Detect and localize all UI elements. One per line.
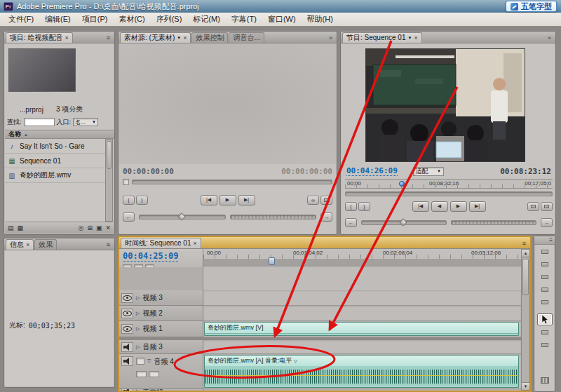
program-scroll-bar[interactable]	[345, 191, 553, 196]
program-video-frame[interactable]	[365, 48, 525, 162]
work-area-bar[interactable]	[203, 259, 521, 266]
zoom-tool[interactable]	[537, 374, 553, 386]
play-button[interactable]: ▶	[450, 201, 467, 212]
close-icon[interactable]: ×	[26, 242, 29, 248]
step-back-button[interactable]: |◀	[201, 195, 217, 205]
sequence-marker[interactable]	[269, 257, 275, 265]
scrollbar-thumb[interactable]	[107, 141, 111, 169]
track-keyframes-button[interactable]	[149, 371, 159, 377]
loop-button[interactable]: ∞	[307, 196, 319, 205]
chevron-down-icon[interactable]: ▽	[294, 359, 297, 363]
tab-effects[interactable]: 效果	[34, 239, 57, 250]
go-to-previous-edit-button[interactable]: ◀	[431, 201, 448, 212]
shuttle-slider[interactable]	[361, 220, 447, 225]
timeline-current-timecode[interactable]: 00:04:25:09	[123, 251, 178, 262]
program-ruler[interactable]: 00;00 00;08;32;16 00;17;05;0	[345, 179, 553, 189]
collapse-track-icon[interactable]: ▽	[147, 358, 151, 364]
tab-project[interactable]: 项目: 给视频配音 ×	[6, 32, 73, 43]
panel-menu-icon[interactable]: ≡	[522, 240, 526, 247]
menu-clip[interactable]: 素材(C)	[113, 13, 150, 26]
find-input[interactable]	[24, 118, 55, 126]
go-out-button[interactable]: →	[320, 212, 332, 222]
new-item-icon[interactable]: ▣	[96, 224, 102, 231]
ime-toolbar[interactable]: 五笔字型	[506, 1, 557, 12]
panel-menu-icon[interactable]: ≡	[107, 241, 110, 248]
track-lane[interactable]: 奇妙的图层.wmv [A] 音量:电平 ▽	[203, 354, 521, 389]
toggle-track-mute-button[interactable]	[121, 356, 133, 366]
step-back-button[interactable]: |◀	[412, 201, 429, 212]
shuttle-slider[interactable]	[139, 215, 226, 219]
shuttle-handle[interactable]	[400, 218, 407, 226]
expand-track-icon[interactable]: ▷	[136, 311, 140, 316]
shuttle-handle[interactable]	[177, 212, 185, 220]
step-forward-button[interactable]: ▶|	[238, 195, 255, 205]
menu-file[interactable]: 文件(F)	[3, 13, 39, 26]
tab-effect-controls[interactable]: 效果控制	[191, 32, 228, 43]
name-column-header[interactable]: 名称 ▲	[5, 130, 114, 139]
menu-help[interactable]: 帮助(H)	[302, 13, 339, 26]
timeline-ruler[interactable]: 00;00 00;01;04;02 00;02;08;04 00;03;12;0…	[203, 249, 521, 266]
track-display-style-button[interactable]	[136, 371, 147, 377]
razor-tool[interactable]	[537, 283, 553, 295]
entry-dropdown[interactable]: 名... ▼	[73, 118, 98, 126]
panel-menu-icon[interactable]: »	[329, 34, 332, 41]
track-lock-checkbox[interactable]	[136, 358, 144, 365]
icon-view-icon[interactable]: ▦	[18, 224, 24, 231]
safe-margins-button[interactable]	[320, 196, 332, 205]
program-playhead[interactable]	[399, 181, 405, 187]
go-in-button[interactable]: ←	[123, 212, 135, 222]
track-lane[interactable]	[203, 389, 521, 391]
list-item[interactable]: ▦ Sequence 01	[5, 154, 107, 168]
menu-project[interactable]: 项目(P)	[76, 13, 114, 26]
close-icon[interactable]: ×	[414, 35, 417, 41]
scrollbar-thumb[interactable]	[522, 259, 529, 295]
step-forward-button[interactable]: ▶|	[469, 201, 486, 212]
audio-clip[interactable]: 奇妙的图层.wmv [A] 音量:电平 ▽	[204, 355, 519, 388]
jump-forward-button[interactable]: →	[541, 218, 553, 227]
list-view-icon[interactable]: ▤	[8, 224, 14, 231]
scroll-down-icon[interactable]: ▼	[522, 382, 529, 390]
list-item[interactable]: ♪ Say It Isn't So - Gare	[5, 139, 107, 154]
expand-track-icon[interactable]: ▷	[136, 326, 140, 332]
timeline-vertical-scrollbar[interactable]: ▲ ▼	[521, 249, 530, 391]
tab-timeline[interactable]: 时间线: Sequence 01 ×	[121, 238, 201, 248]
panel-menu-icon[interactable]: ≡	[107, 34, 110, 41]
track-lane[interactable]	[203, 340, 521, 354]
set-out-button[interactable]: }	[358, 202, 370, 211]
tab-source[interactable]: 素材源: (无素材) ▼ ×	[120, 32, 191, 43]
panel-menu-icon[interactable]: »	[548, 34, 551, 41]
new-bin-icon[interactable]: ⊞	[87, 224, 93, 231]
project-scrollbar[interactable]	[105, 139, 113, 222]
list-item[interactable]: ▥ 奇妙的图层.wmv	[5, 168, 107, 183]
close-icon[interactable]: ×	[65, 35, 69, 41]
find-icon[interactable]: ◎	[79, 224, 84, 231]
menu-marker[interactable]: 标记(M)	[187, 13, 226, 26]
menu-sequence[interactable]: 序列(S)	[151, 13, 188, 26]
delete-icon[interactable]: ✕	[105, 224, 111, 231]
track-lane[interactable]: 奇妙的图层.wmv [V]	[203, 321, 521, 337]
track-lane[interactable]	[203, 290, 521, 306]
tab-info[interactable]: 信息 ×	[6, 239, 34, 250]
toggle-track-mute-button[interactable]	[121, 389, 133, 391]
set-in-button[interactable]: {	[123, 196, 135, 205]
play-button[interactable]: ▶	[219, 195, 236, 205]
ripple-edit-tool[interactable]	[537, 258, 553, 270]
hand-tool[interactable]	[537, 339, 553, 351]
selection-tool[interactable]	[537, 313, 553, 325]
preview-thumbnail[interactable]	[8, 48, 76, 92]
tab-audio-mixer[interactable]: 调音台...	[229, 32, 264, 43]
video-clip[interactable]: 奇妙的图层.wmv [V]	[204, 322, 519, 336]
toggle-track-mute-button[interactable]	[121, 342, 133, 352]
track-lane[interactable]	[203, 306, 521, 321]
close-icon[interactable]: ×	[194, 241, 197, 247]
slip-tool[interactable]	[537, 296, 553, 308]
pen-tool[interactable]	[537, 326, 553, 338]
toggle-track-output-button[interactable]	[121, 293, 133, 303]
program-current-timecode[interactable]: 00:04:26:09	[346, 166, 398, 176]
jog-disk[interactable]	[451, 220, 536, 225]
track-select-tool[interactable]	[537, 245, 553, 257]
close-icon[interactable]: ×	[183, 35, 187, 41]
jump-back-button[interactable]: ←	[345, 218, 357, 227]
menu-edit[interactable]: 编辑(E)	[39, 13, 76, 26]
rate-stretch-tool[interactable]	[537, 271, 553, 283]
